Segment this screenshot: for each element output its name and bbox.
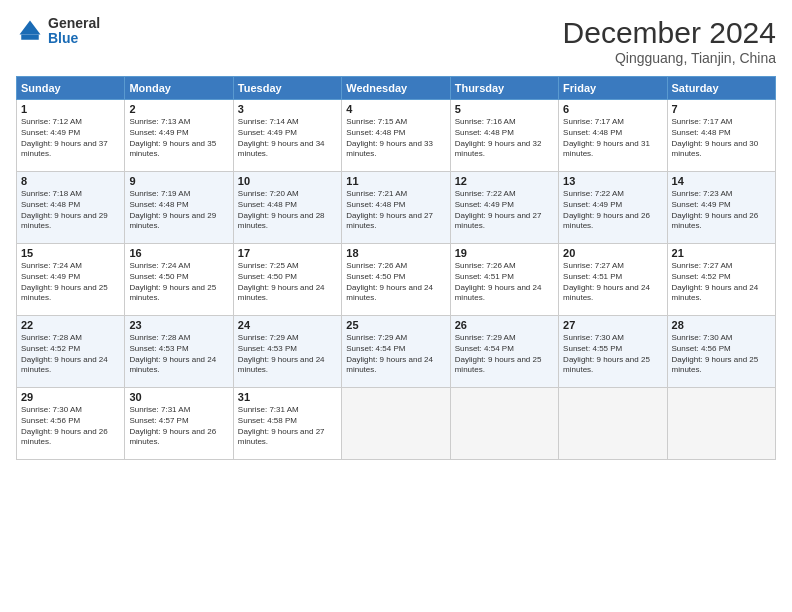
- calendar-cell: 25Sunrise: 7:29 AMSunset: 4:54 PMDayligh…: [342, 316, 450, 388]
- cell-text: Sunrise: 7:26 AMSunset: 4:50 PMDaylight:…: [346, 261, 445, 304]
- calendar-cell: 9Sunrise: 7:19 AMSunset: 4:48 PMDaylight…: [125, 172, 233, 244]
- calendar-cell: 28Sunrise: 7:30 AMSunset: 4:56 PMDayligh…: [667, 316, 775, 388]
- day-number: 17: [238, 247, 337, 259]
- cell-text: Sunrise: 7:30 AMSunset: 4:56 PMDaylight:…: [21, 405, 120, 448]
- calendar-table: SundayMondayTuesdayWednesdayThursdayFrid…: [16, 76, 776, 460]
- month-title: December 2024: [563, 16, 776, 50]
- cell-text: Sunrise: 7:16 AMSunset: 4:48 PMDaylight:…: [455, 117, 554, 160]
- day-number: 30: [129, 391, 228, 403]
- week-row-0: 1Sunrise: 7:12 AMSunset: 4:49 PMDaylight…: [17, 100, 776, 172]
- calendar-cell: 30Sunrise: 7:31 AMSunset: 4:57 PMDayligh…: [125, 388, 233, 460]
- cell-text: Sunrise: 7:14 AMSunset: 4:49 PMDaylight:…: [238, 117, 337, 160]
- calendar-cell: 14Sunrise: 7:23 AMSunset: 4:49 PMDayligh…: [667, 172, 775, 244]
- day-number: 29: [21, 391, 120, 403]
- header: General Blue December 2024 Qingguang, Ti…: [16, 16, 776, 66]
- calendar-cell: 22Sunrise: 7:28 AMSunset: 4:52 PMDayligh…: [17, 316, 125, 388]
- day-number: 18: [346, 247, 445, 259]
- day-number: 1: [21, 103, 120, 115]
- logo: General Blue: [16, 16, 100, 47]
- cell-text: Sunrise: 7:24 AMSunset: 4:50 PMDaylight:…: [129, 261, 228, 304]
- calendar-cell: 12Sunrise: 7:22 AMSunset: 4:49 PMDayligh…: [450, 172, 558, 244]
- cell-text: Sunrise: 7:21 AMSunset: 4:48 PMDaylight:…: [346, 189, 445, 232]
- calendar-cell: 18Sunrise: 7:26 AMSunset: 4:50 PMDayligh…: [342, 244, 450, 316]
- day-number: 13: [563, 175, 662, 187]
- day-number: 6: [563, 103, 662, 115]
- logo-text: General Blue: [48, 16, 100, 47]
- calendar-cell: 3Sunrise: 7:14 AMSunset: 4:49 PMDaylight…: [233, 100, 341, 172]
- calendar-cell: [450, 388, 558, 460]
- day-number: 14: [672, 175, 771, 187]
- calendar-cell: 20Sunrise: 7:27 AMSunset: 4:51 PMDayligh…: [559, 244, 667, 316]
- day-number: 25: [346, 319, 445, 331]
- cell-text: Sunrise: 7:29 AMSunset: 4:53 PMDaylight:…: [238, 333, 337, 376]
- calendar-cell: 23Sunrise: 7:28 AMSunset: 4:53 PMDayligh…: [125, 316, 233, 388]
- header-tuesday: Tuesday: [233, 77, 341, 100]
- cell-text: Sunrise: 7:19 AMSunset: 4:48 PMDaylight:…: [129, 189, 228, 232]
- calendar-cell: 7Sunrise: 7:17 AMSunset: 4:48 PMDaylight…: [667, 100, 775, 172]
- cell-text: Sunrise: 7:25 AMSunset: 4:50 PMDaylight:…: [238, 261, 337, 304]
- calendar-cell: 13Sunrise: 7:22 AMSunset: 4:49 PMDayligh…: [559, 172, 667, 244]
- cell-text: Sunrise: 7:29 AMSunset: 4:54 PMDaylight:…: [346, 333, 445, 376]
- logo-general-text: General: [48, 16, 100, 31]
- cell-text: Sunrise: 7:31 AMSunset: 4:57 PMDaylight:…: [129, 405, 228, 448]
- cell-text: Sunrise: 7:23 AMSunset: 4:49 PMDaylight:…: [672, 189, 771, 232]
- svg-marker-0: [20, 21, 41, 35]
- cell-text: Sunrise: 7:22 AMSunset: 4:49 PMDaylight:…: [455, 189, 554, 232]
- day-number: 16: [129, 247, 228, 259]
- cell-text: Sunrise: 7:29 AMSunset: 4:54 PMDaylight:…: [455, 333, 554, 376]
- calendar-cell: [667, 388, 775, 460]
- day-number: 10: [238, 175, 337, 187]
- day-number: 5: [455, 103, 554, 115]
- header-saturday: Saturday: [667, 77, 775, 100]
- cell-text: Sunrise: 7:12 AMSunset: 4:49 PMDaylight:…: [21, 117, 120, 160]
- day-number: 7: [672, 103, 771, 115]
- cell-text: Sunrise: 7:20 AMSunset: 4:48 PMDaylight:…: [238, 189, 337, 232]
- cell-text: Sunrise: 7:28 AMSunset: 4:52 PMDaylight:…: [21, 333, 120, 376]
- cell-text: Sunrise: 7:26 AMSunset: 4:51 PMDaylight:…: [455, 261, 554, 304]
- cell-text: Sunrise: 7:24 AMSunset: 4:49 PMDaylight:…: [21, 261, 120, 304]
- header-monday: Monday: [125, 77, 233, 100]
- header-friday: Friday: [559, 77, 667, 100]
- day-number: 22: [21, 319, 120, 331]
- cell-text: Sunrise: 7:27 AMSunset: 4:52 PMDaylight:…: [672, 261, 771, 304]
- cell-text: Sunrise: 7:31 AMSunset: 4:58 PMDaylight:…: [238, 405, 337, 448]
- calendar-cell: 31Sunrise: 7:31 AMSunset: 4:58 PMDayligh…: [233, 388, 341, 460]
- cell-text: Sunrise: 7:30 AMSunset: 4:55 PMDaylight:…: [563, 333, 662, 376]
- cell-text: Sunrise: 7:22 AMSunset: 4:49 PMDaylight:…: [563, 189, 662, 232]
- svg-rect-1: [21, 35, 39, 40]
- calendar-cell: 11Sunrise: 7:21 AMSunset: 4:48 PMDayligh…: [342, 172, 450, 244]
- calendar-cell: 15Sunrise: 7:24 AMSunset: 4:49 PMDayligh…: [17, 244, 125, 316]
- calendar-cell: 26Sunrise: 7:29 AMSunset: 4:54 PMDayligh…: [450, 316, 558, 388]
- calendar-cell: 27Sunrise: 7:30 AMSunset: 4:55 PMDayligh…: [559, 316, 667, 388]
- calendar-cell: 1Sunrise: 7:12 AMSunset: 4:49 PMDaylight…: [17, 100, 125, 172]
- calendar-cell: [342, 388, 450, 460]
- cell-text: Sunrise: 7:17 AMSunset: 4:48 PMDaylight:…: [672, 117, 771, 160]
- calendar-cell: 16Sunrise: 7:24 AMSunset: 4:50 PMDayligh…: [125, 244, 233, 316]
- calendar-cell: 24Sunrise: 7:29 AMSunset: 4:53 PMDayligh…: [233, 316, 341, 388]
- cell-text: Sunrise: 7:18 AMSunset: 4:48 PMDaylight:…: [21, 189, 120, 232]
- calendar-cell: 21Sunrise: 7:27 AMSunset: 4:52 PMDayligh…: [667, 244, 775, 316]
- calendar-cell: 10Sunrise: 7:20 AMSunset: 4:48 PMDayligh…: [233, 172, 341, 244]
- cell-text: Sunrise: 7:30 AMSunset: 4:56 PMDaylight:…: [672, 333, 771, 376]
- day-number: 2: [129, 103, 228, 115]
- calendar-cell: 17Sunrise: 7:25 AMSunset: 4:50 PMDayligh…: [233, 244, 341, 316]
- week-row-1: 8Sunrise: 7:18 AMSunset: 4:48 PMDaylight…: [17, 172, 776, 244]
- logo-icon: [16, 17, 44, 45]
- day-number: 19: [455, 247, 554, 259]
- day-number: 12: [455, 175, 554, 187]
- day-number: 11: [346, 175, 445, 187]
- day-number: 21: [672, 247, 771, 259]
- day-number: 31: [238, 391, 337, 403]
- day-number: 3: [238, 103, 337, 115]
- calendar-cell: [559, 388, 667, 460]
- day-number: 9: [129, 175, 228, 187]
- calendar-cell: 2Sunrise: 7:13 AMSunset: 4:49 PMDaylight…: [125, 100, 233, 172]
- calendar-cell: 5Sunrise: 7:16 AMSunset: 4:48 PMDaylight…: [450, 100, 558, 172]
- cell-text: Sunrise: 7:28 AMSunset: 4:53 PMDaylight:…: [129, 333, 228, 376]
- week-row-3: 22Sunrise: 7:28 AMSunset: 4:52 PMDayligh…: [17, 316, 776, 388]
- week-row-4: 29Sunrise: 7:30 AMSunset: 4:56 PMDayligh…: [17, 388, 776, 460]
- calendar-cell: 19Sunrise: 7:26 AMSunset: 4:51 PMDayligh…: [450, 244, 558, 316]
- day-number: 23: [129, 319, 228, 331]
- day-number: 28: [672, 319, 771, 331]
- day-number: 15: [21, 247, 120, 259]
